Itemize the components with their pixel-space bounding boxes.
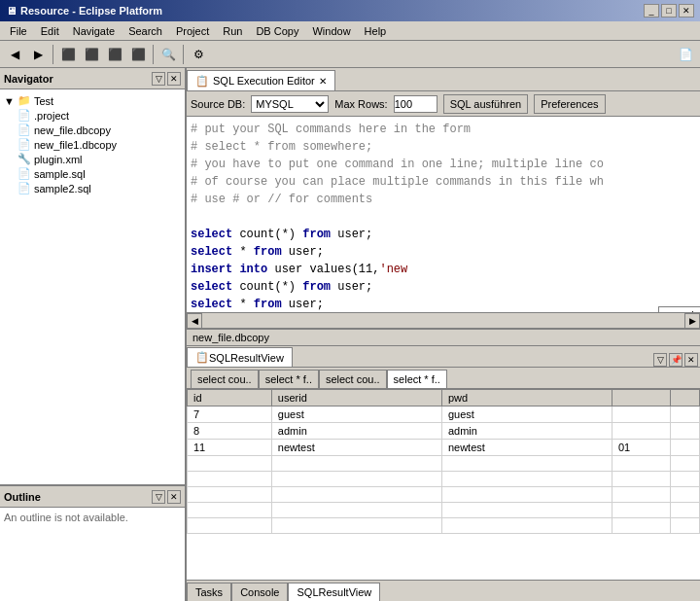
tb-search-button[interactable]: 🔍	[158, 44, 179, 65]
table-row-3: 11 newtest newtest 01	[188, 440, 700, 456]
scroll-right-btn[interactable]: ▶	[684, 313, 700, 329]
tb-forward-button[interactable]: ▶	[27, 44, 49, 65]
cell-userid-2: admin	[271, 423, 441, 440]
outline-minimize-btn[interactable]: ▽	[152, 490, 165, 504]
editor-toolbar: Source DB: MYSQL Max Rows: SQL ausführen…	[187, 91, 700, 117]
bottom-tab-sqlresult[interactable]: SQLResultView	[288, 583, 380, 601]
tab-close-btn[interactable]: ✕	[319, 76, 327, 87]
left-panel: Navigator ▽ ✕ ▼ 📁 Test 📄 .project 📄 new_…	[0, 68, 187, 601]
tree-item-sample-sql[interactable]: 📄 sample.sql	[4, 166, 181, 181]
result-tab-icon: 📋	[195, 351, 209, 364]
cell-id-2: 8	[188, 423, 272, 440]
tb-new-button[interactable]: 📄	[675, 44, 696, 65]
code-line-6	[191, 208, 696, 226]
run-sql-button[interactable]: SQL ausführen	[443, 94, 529, 114]
editor-content[interactable]: # put your SQL commands here in the form…	[187, 117, 700, 312]
bottom-tabs: Tasks Console SQLResultView	[187, 580, 700, 601]
scroll-left-btn[interactable]: ◀	[187, 313, 202, 329]
tb-btn-5[interactable]: ⚙	[188, 44, 209, 65]
navigator-minimize-btn[interactable]: ▽	[152, 72, 165, 86]
menu-bar: File Edit Navigate Search Project Run DB…	[0, 21, 700, 41]
result-close-btn[interactable]: ✕	[684, 353, 698, 367]
preferences-button[interactable]: Preferences	[534, 94, 605, 114]
outline-panel: Outline ▽ ✕ An outline is not available.	[0, 484, 185, 601]
menu-edit[interactable]: Edit	[35, 23, 65, 39]
sql-editor-tab[interactable]: 📋 SQL Execution Editor ✕	[187, 70, 335, 90]
ctx-undo[interactable]: Undo	[659, 307, 700, 312]
code-line-3: # you have to put one command in one lin…	[191, 156, 696, 173]
toolbar-separator-2	[153, 45, 154, 64]
outline-controls: ▽ ✕	[152, 490, 181, 504]
right-panel: 📋 SQL Execution Editor ✕ Source DB: MYSQ…	[187, 68, 700, 601]
tree-item-new-file1[interactable]: 📄 new_file1.dbcopy	[4, 137, 181, 152]
subtab-3[interactable]: select cou..	[319, 370, 387, 388]
menu-help[interactable]: Help	[359, 23, 393, 39]
tree-item-root[interactable]: ▼ 📁 Test	[4, 93, 181, 108]
cell-end-2	[671, 423, 700, 440]
source-db-label: Source DB:	[191, 98, 245, 110]
outline-close-btn[interactable]: ✕	[167, 490, 181, 504]
outline-title: Outline	[4, 491, 41, 503]
breadcrumb: new_file.dbcopy	[187, 330, 700, 346]
cell-extra-2	[612, 423, 671, 440]
result-pin-btn[interactable]: 📌	[669, 353, 682, 367]
subtab-4[interactable]: select * f..	[387, 370, 447, 388]
table-row-7	[188, 503, 700, 518]
file-icon-4: 🔧	[18, 153, 31, 165]
close-button[interactable]: ✕	[679, 4, 694, 18]
subtab-2[interactable]: select * f..	[259, 370, 319, 388]
tree-item-plugin[interactable]: 🔧 plugin.xml	[4, 152, 181, 166]
subtab-1[interactable]: select cou..	[191, 370, 259, 388]
table-row-5	[188, 472, 700, 487]
code-line-11: select * from user;	[191, 296, 696, 312]
menu-window[interactable]: Window	[306, 23, 356, 39]
menu-run[interactable]: Run	[217, 23, 248, 39]
cell-userid-1: guest	[271, 407, 441, 423]
tree-item-new-file[interactable]: 📄 new_file.dbcopy	[4, 123, 181, 137]
menu-dbcopy[interactable]: DB Copy	[250, 23, 304, 39]
cell-end-1	[671, 407, 700, 423]
file-icon-2: 📄	[18, 124, 31, 136]
code-line-2: # select * from somewhere;	[191, 138, 696, 156]
result-tab-title[interactable]: 📋 SQLResultView	[187, 347, 293, 367]
tb-btn-3[interactable]: ⬛	[104, 44, 125, 65]
sql-editor-pane: 📋 SQL Execution Editor ✕ Source DB: MYSQ…	[187, 68, 700, 330]
folder-icon: 📁	[18, 94, 31, 107]
result-minimize-btn[interactable]: ▽	[653, 353, 667, 367]
menu-project[interactable]: Project	[170, 23, 215, 39]
tree-item-project[interactable]: 📄 .project	[4, 108, 181, 123]
toolbar-separator-3	[183, 45, 184, 64]
menu-file[interactable]: File	[4, 23, 33, 39]
minimize-button[interactable]: _	[644, 4, 659, 18]
outline-header: Outline ▽ ✕	[0, 486, 185, 508]
menu-navigate[interactable]: Navigate	[67, 23, 121, 39]
tb-btn-1[interactable]: ⬛	[57, 44, 79, 65]
code-line-10: select count(*) from user;	[191, 278, 696, 296]
tb-back-button[interactable]: ◀	[4, 44, 25, 65]
max-rows-label: Max Rows:	[334, 98, 387, 110]
table-row-6	[188, 487, 700, 503]
navigator-close-btn[interactable]: ✕	[167, 72, 181, 86]
result-controls: ▽ 📌 ✕	[653, 353, 700, 367]
title-bar: 🖥 Resource - Eclipse Platform _ □ ✕	[0, 0, 700, 21]
source-db-select[interactable]: MYSQL	[251, 95, 329, 113]
code-line-4: # of course you can place multiple comma…	[191, 173, 696, 191]
menu-search[interactable]: Search	[122, 23, 168, 39]
tb-btn-2[interactable]: ⬛	[81, 44, 102, 65]
max-rows-input[interactable]	[394, 95, 438, 113]
cell-end-3	[671, 440, 700, 456]
tree-item-sample2-sql[interactable]: 📄 sample2.sql	[4, 181, 181, 195]
navigator-title: Navigator	[4, 73, 53, 85]
code-line-9: insert into user values(11,'new	[191, 261, 696, 278]
code-line-7: select count(*) from user;	[191, 226, 696, 243]
bottom-tab-console[interactable]: Console	[231, 583, 288, 601]
maximize-button[interactable]: □	[661, 4, 677, 18]
navigator-controls: ▽ ✕	[152, 72, 181, 86]
bottom-tab-tasks[interactable]: Tasks	[187, 583, 231, 601]
sql-result-pane: 📋 SQLResultView ▽ 📌 ✕ select cou.. selec…	[187, 346, 700, 580]
tb-btn-4[interactable]: ⬛	[127, 44, 149, 65]
file-icon-3: 📄	[18, 138, 31, 151]
cell-extra-3: 01	[612, 440, 671, 456]
result-table: id userid pwd 7 guest guest	[187, 389, 700, 580]
horizontal-scrollbar[interactable]	[202, 313, 684, 328]
